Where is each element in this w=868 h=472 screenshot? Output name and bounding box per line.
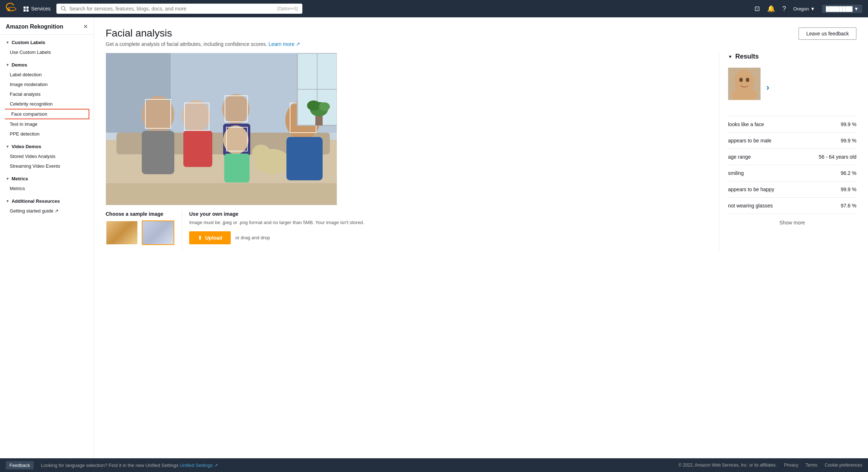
upload-button[interactable]: ⬆ Upload [189,231,231,244]
sidebar-header: Amazon Rekognition ✕ [0,17,94,35]
services-label: Services [31,6,51,12]
learn-more-link[interactable]: Learn more ↗ [269,41,300,47]
region-arrow: ▼ [810,6,815,12]
search-bar[interactable]: [Option+S] [56,4,302,14]
result-value-5: 97.6 % [841,203,856,209]
region-selector[interactable]: Oregon ▼ [793,6,815,12]
svg-point-13 [142,96,174,133]
sidebar: Amazon Rekognition ✕ ▼ Custom Labels Use… [0,17,94,458]
svg-point-36 [307,100,320,111]
choose-sample-container: Choose a sample image [106,211,174,251]
sidebar-item-getting-started[interactable]: Getting started guide ↗ [0,206,94,216]
result-label-0: looks like a face [728,121,764,127]
result-value-0: 99.9 % [841,121,856,127]
demo-area: Choose a sample image Us [106,53,856,251]
chevron-down-icon: ▼ [6,177,9,181]
sidebar-item-stored-video-analysis[interactable]: Stored Video Analysis [0,151,94,161]
face-navigator: › [728,68,856,107]
terminal-icon[interactable]: ⊡ [754,5,760,13]
result-row-happy: appears to be happy 99.9 % [728,181,856,198]
sidebar-section-custom-labels[interactable]: ▼ Custom Labels [0,35,94,47]
own-image-section: Use your own image Image must be .jpeg o… [182,211,710,251]
show-more-button[interactable]: Show more [728,214,856,231]
additional-resources-label: Additional Resources [12,198,60,204]
result-row-looks-like-face: looks like a face 99.9 % [728,116,856,133]
family-image [106,53,337,205]
video-demos-section-label: Video Demos [12,144,41,149]
sidebar-item-ppe-detection[interactable]: PPE detection [0,129,94,139]
sidebar-item-label-detection[interactable]: Label detection [0,70,94,80]
page-subtitle: Get a complete analysis of facial attrib… [106,41,300,47]
own-image-description: Image must be .jpeg or .png format and n… [189,219,710,226]
results-chevron-icon: ▼ [728,54,732,59]
sidebar-section-metrics[interactable]: ▼ Metrics [0,171,94,184]
results-header: ▼ Results [728,53,856,60]
svg-point-19 [223,125,248,154]
help-icon[interactable]: ? [782,5,786,13]
app-layout: Amazon Rekognition ✕ ▼ Custom Labels Use… [0,17,868,458]
result-label-5: not wearing glasses [728,203,773,209]
account-arrow: ▼ [854,6,859,12]
account-menu[interactable]: ████████ ▼ [822,5,862,13]
result-label-1: appears to be male [728,138,771,143]
svg-rect-16 [183,131,212,167]
chevron-down-icon: ▼ [6,63,9,67]
sidebar-section-video-demos[interactable]: ▼ Video Demos [0,139,94,151]
page-header-left: Facial analysis Get a complete analysis … [106,27,300,47]
sidebar-close-button[interactable]: ✕ [83,23,88,30]
svg-rect-12 [106,183,337,205]
search-input[interactable] [69,6,275,12]
metrics-section-label: Metrics [12,176,28,181]
sample-image-2[interactable] [142,220,174,245]
services-menu[interactable]: Services [23,6,51,12]
page-subtitle-text: Get a complete analysis of facial attrib… [106,41,267,47]
feedback-button[interactable]: Leave us feedback [799,27,856,40]
sample-thumb-2-img [142,221,174,244]
result-row-appears-male: appears to be male 99.9 % [728,133,856,149]
main-content: Facial analysis Get a complete analysis … [94,17,868,458]
chevron-down-icon: ▼ [6,145,9,149]
page-header: Facial analysis Get a complete analysis … [106,27,856,47]
svg-point-17 [222,94,250,124]
external-link-icon: ↗ [296,41,300,47]
sidebar-item-metrics[interactable]: Metrics [0,184,94,193]
svg-rect-2 [26,7,29,9]
face-thumbnail-svg [728,68,761,100]
svg-rect-3 [24,9,26,12]
sidebar-title: Amazon Rekognition [6,23,63,30]
svg-rect-20 [224,154,250,183]
result-value-2: 56 - 64 years old [819,154,856,160]
sidebar-item-text-in-image[interactable]: Text in image [0,119,94,129]
sidebar-item-facial-analysis[interactable]: Facial analysis [0,89,94,99]
svg-point-15 [182,100,210,133]
nav-right-controls: ⊡ 🔔 ? Oregon ▼ ████████ ▼ [754,5,862,13]
sidebar-item-image-moderation[interactable]: Image moderation [0,80,94,89]
aws-logo[interactable] [6,3,17,14]
sidebar-item-face-comparison[interactable]: Face comparison [4,109,89,119]
next-face-arrow[interactable]: › [766,82,769,93]
bell-icon[interactable]: 🔔 [767,5,775,13]
image-section: Choose a sample image Us [106,53,710,251]
face-thumbnail[interactable] [728,68,761,100]
result-label-3: smiling [728,170,744,176]
sidebar-item-celebrity-recognition[interactable]: Celebrity recognition [0,99,94,109]
svg-rect-14 [142,131,174,174]
custom-labels-section-label: Custom Labels [12,40,45,45]
sidebar-section-additional-resources[interactable]: ▼ Additional Resources [0,193,94,206]
region-label: Oregon [793,6,809,12]
sidebar-item-use-custom-labels[interactable]: Use Custom Labels [0,47,94,57]
upload-area: ⬆ Upload or drag and drop [189,231,710,244]
chevron-down-icon: ▼ [6,199,9,203]
result-label-2: age range [728,154,751,160]
sidebar-item-streaming-video-events[interactable]: Streaming Video Events [0,161,94,171]
svg-rect-4 [26,9,29,12]
svg-point-41 [739,78,743,82]
svg-line-6 [64,10,66,11]
main-image-container [106,53,337,205]
sample-image-1[interactable] [106,220,138,245]
family-photo-svg [106,53,337,205]
results-title: Results [735,53,759,60]
results-rows: looks like a face 99.9 % appears to be m… [728,116,856,214]
own-image-label: Use your own image [189,211,710,217]
sidebar-section-demos[interactable]: ▼ Demos [0,57,94,70]
